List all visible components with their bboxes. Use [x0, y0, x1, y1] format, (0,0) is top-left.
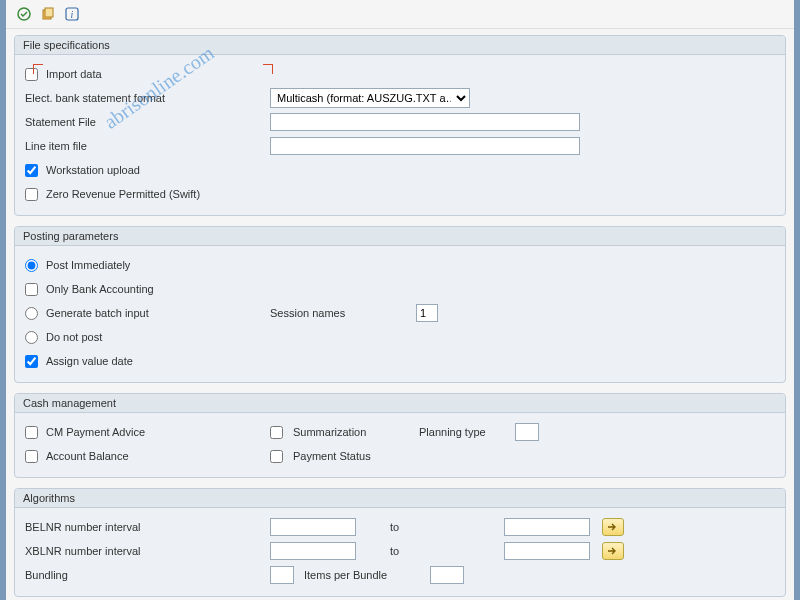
assign-value-date-label: Assign value date [46, 355, 133, 367]
format-label: Elect. bank statement format [25, 92, 165, 104]
workstation-upload-label: Workstation upload [46, 164, 140, 176]
group-algorithms: Algorithms BELNR number interval to XBLN… [14, 488, 786, 597]
info-icon[interactable]: i [64, 6, 80, 22]
group-title-cash: Cash management [15, 394, 785, 413]
only-bank-accounting-label: Only Bank Accounting [46, 283, 154, 295]
xblnr-to-input[interactable] [504, 542, 590, 560]
session-names-label: Session names [270, 307, 410, 319]
belnr-multi-select-button[interactable] [602, 518, 624, 536]
payment-status-checkbox[interactable] [270, 450, 283, 463]
required-marker-icon [263, 64, 273, 74]
format-select[interactable]: Multicash (format: AUSZUG.TXT a… [270, 88, 470, 108]
account-balance-checkbox[interactable] [25, 450, 38, 463]
variant-icon[interactable] [40, 6, 56, 22]
workstation-upload-checkbox[interactable] [25, 164, 38, 177]
post-immediately-label: Post Immediately [46, 259, 130, 271]
generate-batch-input-label: Generate batch input [46, 307, 149, 319]
xblnr-from-input[interactable] [270, 542, 356, 560]
do-not-post-radio[interactable] [25, 331, 38, 344]
required-marker-icon [33, 64, 43, 74]
post-immediately-radio[interactable] [25, 259, 38, 272]
group-posting-parameters: Posting parameters Post Immediately Only… [14, 226, 786, 383]
cm-payment-advice-label: CM Payment Advice [46, 426, 145, 438]
belnr-to-input[interactable] [504, 518, 590, 536]
group-title-posting: Posting parameters [15, 227, 785, 246]
xblnr-multi-select-button[interactable] [602, 542, 624, 560]
summarization-checkbox[interactable] [270, 426, 283, 439]
svg-rect-2 [45, 8, 53, 17]
payment-status-label: Payment Status [293, 450, 371, 462]
group-title-file-spec: File specifications [15, 36, 785, 55]
session-names-input[interactable] [416, 304, 438, 322]
bundling-label: Bundling [25, 569, 68, 581]
belnr-label: BELNR number interval [25, 521, 141, 533]
planning-type-label: Planning type [419, 426, 509, 438]
only-bank-accounting-checkbox[interactable] [25, 283, 38, 296]
svg-text:i: i [71, 9, 74, 20]
group-title-algorithms: Algorithms [15, 489, 785, 508]
do-not-post-label: Do not post [46, 331, 102, 343]
statement-file-label: Statement File [25, 116, 96, 128]
items-per-bundle-label: Items per Bundle [304, 569, 424, 581]
planning-type-input[interactable] [515, 423, 539, 441]
account-balance-label: Account Balance [46, 450, 129, 462]
belnr-from-input[interactable] [270, 518, 356, 536]
xblnr-label: XBLNR number interval [25, 545, 141, 557]
items-per-bundle-input[interactable] [430, 566, 464, 584]
generate-batch-input-radio[interactable] [25, 307, 38, 320]
execute-icon[interactable] [16, 6, 32, 22]
cm-payment-advice-checkbox[interactable] [25, 426, 38, 439]
assign-value-date-checkbox[interactable] [25, 355, 38, 368]
bundling-input[interactable] [270, 566, 294, 584]
statement-file-input[interactable] [270, 113, 580, 131]
zero-revenue-label: Zero Revenue Permitted (Swift) [46, 188, 200, 200]
toolbar: i [6, 0, 794, 29]
group-file-specifications: abrisonline.com File specifications Impo… [14, 35, 786, 216]
line-item-file-input[interactable] [270, 137, 580, 155]
group-cash-management: Cash management CM Payment Advice Summar… [14, 393, 786, 478]
import-data-label: Import data [46, 68, 102, 80]
zero-revenue-checkbox[interactable] [25, 188, 38, 201]
to-label: to [390, 521, 418, 533]
to-label: to [390, 545, 418, 557]
line-item-file-label: Line item file [25, 140, 87, 152]
summarization-label: Summarization [293, 426, 413, 438]
